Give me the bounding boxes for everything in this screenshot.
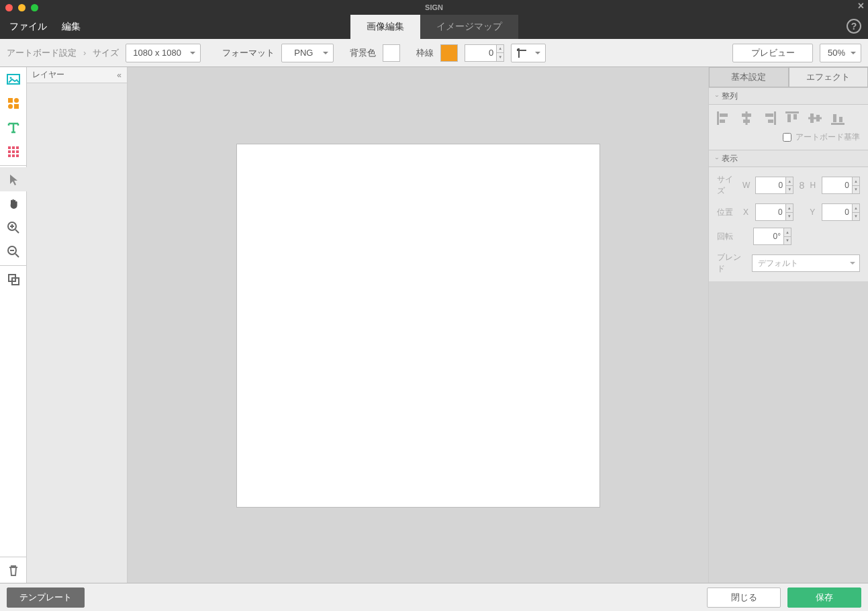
artboard-base-checkbox[interactable] [783,133,791,142]
close-icon[interactable]: × [858,0,864,12]
tool-shapes[interactable] [0,91,27,115]
rotate-spinner[interactable]: ▲▼ [784,228,791,245]
x-label: X [743,207,750,217]
rtab-basic[interactable]: 基本設定 [709,67,789,87]
tool-select[interactable] [0,167,27,191]
canvas-area[interactable] [128,67,708,583]
grid-icon [7,145,20,158]
zoom-in-icon [7,221,20,234]
svg-rect-2 [8,98,13,103]
size-prop-label: サイズ [717,174,737,197]
align-top-icon[interactable] [785,111,799,125]
svg-rect-6 [8,146,11,149]
layers-panel: レイヤー « [27,67,128,583]
zoom-out-icon [7,245,20,258]
svg-rect-12 [8,154,11,157]
svg-rect-24 [717,111,719,125]
align-right-icon[interactable] [763,111,776,125]
tool-copy[interactable] [0,267,27,291]
h-label: H [810,181,816,190]
border-label: 枠線 [416,47,434,59]
cursor-icon [7,173,20,186]
x-input[interactable] [755,203,786,221]
border-style-select[interactable] [511,44,546,62]
section-align-label: 整列 [722,91,738,102]
svg-rect-25 [720,113,728,117]
align-center-v-icon[interactable] [808,111,822,125]
tool-zoom-in[interactable] [0,216,27,240]
border-width-spinner[interactable]: ▲▼ [497,44,504,62]
artboard[interactable] [237,144,599,507]
align-center-h-icon[interactable] [740,111,753,125]
save-button[interactable]: 保存 [787,588,861,608]
svg-rect-33 [785,111,799,113]
tool-zoom-out[interactable] [0,240,27,264]
tab-image-edit[interactable]: 画像編集 [350,15,420,39]
align-left-icon[interactable] [717,111,730,125]
svg-rect-38 [816,115,820,122]
window-close-dot[interactable] [5,4,13,11]
tool-trash[interactable] [0,559,27,583]
border-color-swatch[interactable] [440,44,458,62]
width-spinner[interactable]: ▲▼ [786,177,793,194]
properties-panel: 基本設定 エフェクト › 整列 アートボード基準 › 表示 [708,67,868,583]
window-zoom-dot[interactable] [31,4,38,11]
menu-edit[interactable]: 編集 [62,21,81,33]
crumb-artboard-settings[interactable]: アートボード設定 [7,47,77,59]
y-input[interactable] [822,203,853,221]
format-label: フォーマット [222,47,275,59]
svg-rect-40 [833,114,836,122]
rotate-input[interactable] [753,228,784,245]
rtab-effect[interactable]: エフェクト [789,67,869,87]
zoom-select[interactable]: 50% [820,44,861,62]
tool-image[interactable] [0,67,27,91]
rotate-prop-label: 回転 [717,231,746,242]
svg-rect-28 [742,113,751,117]
tool-column [0,67,27,583]
align-bottom-icon[interactable] [831,111,845,125]
template-button[interactable]: テンプレート [7,588,85,608]
section-display-header[interactable]: › 表示 [709,150,868,167]
chevron-down-icon: › [714,95,720,97]
window-minimize-dot[interactable] [18,4,26,11]
blend-prop-label: ブレンド [717,252,746,275]
w-label: W [742,181,750,190]
format-select[interactable]: PNG [281,44,334,62]
svg-rect-7 [12,146,15,149]
bgcolor-label: 背景色 [350,47,376,59]
section-align-header[interactable]: › 整列 [709,87,868,105]
shapes-icon [7,97,20,110]
tool-grid[interactable] [0,140,27,164]
svg-rect-13 [12,154,15,157]
height-spinner[interactable]: ▲▼ [853,177,860,194]
y-label: Y [810,207,816,217]
help-icon[interactable]: ? [847,19,861,34]
svg-rect-31 [765,113,773,117]
svg-line-16 [15,230,19,233]
footer: テンプレート 閉じる 保存 [0,583,868,611]
svg-rect-10 [12,150,15,153]
layers-collapse-icon[interactable]: « [117,70,122,80]
blend-select[interactable]: デフォルト [752,254,860,272]
y-spinner[interactable]: ▲▼ [853,203,860,221]
height-input[interactable] [822,177,853,194]
svg-rect-34 [787,114,791,122]
x-spinner[interactable]: ▲▼ [786,203,793,221]
size-select[interactable]: 1080 x 1080 [126,44,201,62]
preview-button[interactable]: プレビュー [732,44,813,62]
tool-text[interactable] [0,115,27,140]
svg-point-1 [10,77,12,79]
tab-image-map[interactable]: イメージマップ [420,15,518,39]
position-prop-label: 位置 [717,207,738,218]
border-width-input[interactable] [465,44,497,62]
width-input[interactable] [755,177,786,194]
text-icon [7,121,20,134]
svg-rect-35 [793,114,797,120]
bgcolor-swatch[interactable] [383,44,400,62]
menu-file[interactable]: ファイル [9,21,47,33]
close-button[interactable]: 閉じる [707,588,781,608]
link-dimensions-icon[interactable]: 8 [799,179,804,192]
svg-rect-39 [831,123,845,125]
svg-rect-4 [8,104,13,109]
tool-hand[interactable] [0,191,27,216]
